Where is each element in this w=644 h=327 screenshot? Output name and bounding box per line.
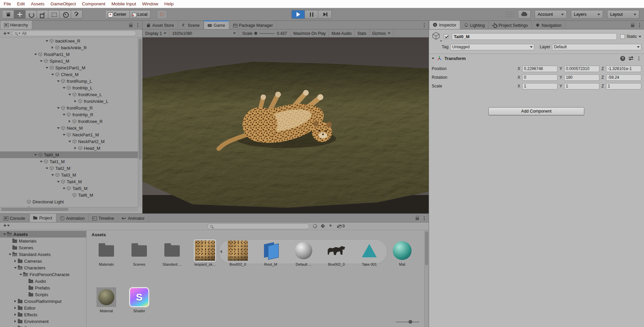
expand-arrow[interactable] <box>44 40 49 42</box>
y-value-field[interactable]: 1 <box>564 83 599 89</box>
menu-item[interactable]: Component <box>79 0 108 8</box>
hierarchy-item[interactable]: Tail3_M <box>0 172 138 178</box>
transform-component-header[interactable]: Transform <box>429 54 644 63</box>
expand-arrow[interactable] <box>56 80 61 82</box>
display-dropdown[interactable]: Display 1 <box>143 29 169 38</box>
stats-button[interactable]: Stats <box>355 29 369 38</box>
hierarchy-item[interactable]: NeckPart1_M <box>0 131 138 138</box>
hierarchy-item[interactable]: frontRump_R <box>0 105 138 111</box>
asset-item[interactable]: Scenes <box>123 241 156 266</box>
hierarchy-search-input[interactable] <box>22 31 133 36</box>
project-tree-item[interactable]: Prefabs <box>0 284 86 291</box>
hierarchy-item[interactable]: frontKnee_R <box>0 118 138 125</box>
expand-arrow[interactable] <box>13 313 18 316</box>
favorite-search-icon[interactable] <box>329 224 333 228</box>
project-tree-item[interactable]: Standard Assets <box>0 251 86 258</box>
menu-item[interactable]: Mobile Input <box>108 0 139 8</box>
hierarchy-item[interactable]: frontAnkle_L <box>0 98 138 105</box>
gizmos-dropdown[interactable]: Gizmos <box>370 29 394 38</box>
asset-item[interactable]: Shader <box>123 287 156 313</box>
z-value-field[interactable]: 1 <box>606 83 641 89</box>
expand-arrow[interactable] <box>67 94 72 95</box>
y-value-field[interactable]: 0.000572310 <box>564 66 599 72</box>
hierarchy-item[interactable]: NeckPart2_M <box>0 138 138 145</box>
panel-menu-icon[interactable] <box>637 22 642 28</box>
toolbar-dropdown[interactable]: Layout <box>607 10 639 19</box>
add-component-button[interactable]: Add Component <box>488 107 584 115</box>
component-menu-icon[interactable] <box>637 56 641 61</box>
expand-arrow[interactable] <box>56 107 61 109</box>
expand-arrow[interactable] <box>50 74 55 75</box>
hierarchy-horizontal-scrollbar[interactable] <box>0 207 138 211</box>
menu-item[interactable]: Window <box>139 0 161 8</box>
toolbar-dropdown[interactable]: Layers <box>571 10 603 19</box>
panel-menu-icon[interactable] <box>136 22 140 28</box>
resolution-dropdown[interactable]: 1920x1080 <box>169 29 239 38</box>
tool-button[interactable] <box>71 10 83 19</box>
package-visibility-toggle[interactable]: 9 <box>337 224 345 228</box>
slider-knob[interactable] <box>409 320 412 324</box>
project-tree-item[interactable]: Assets <box>0 231 86 238</box>
hierarchy-item[interactable]: RootPart1_M <box>0 51 138 58</box>
add-object-button[interactable] <box>3 31 10 36</box>
lock-icon[interactable] <box>631 24 634 27</box>
toolbar-dropdown[interactable]: Account <box>535 10 567 19</box>
project-tree-item[interactable]: Audio <box>0 278 86 284</box>
hierarchy-item[interactable]: Tail5_M <box>0 185 138 192</box>
tool-button[interactable] <box>60 10 71 19</box>
project-search-input[interactable] <box>214 224 306 229</box>
tool-button[interactable] <box>48 10 60 19</box>
tool-button[interactable] <box>37 10 48 19</box>
hierarchy-item[interactable]: Chest_M <box>0 71 138 78</box>
game-view[interactable] <box>143 38 429 213</box>
expand-arrow[interactable] <box>61 134 66 136</box>
expand-arrow[interactable] <box>61 87 66 89</box>
asset-item[interactable]: Take 001 <box>353 241 386 266</box>
static-checkbox[interactable] <box>620 34 625 39</box>
asset-item[interactable]: Material <box>90 287 123 313</box>
asset-item[interactable]: Box002_0 <box>320 241 353 266</box>
thumbnail-zoom-slider[interactable] <box>396 320 419 324</box>
object-name-field[interactable]: Tail0_M <box>452 33 617 40</box>
hierarchy-vertical-scrollbar[interactable] <box>138 38 142 207</box>
expand-arrow[interactable] <box>50 174 55 176</box>
tag-dropdown[interactable]: Untagged <box>450 44 534 50</box>
project-tree-item[interactable]: Effects <box>0 311 86 318</box>
project-tree-item[interactable]: Cameras <box>0 258 86 264</box>
view-tab[interactable]: Asset Store <box>143 21 178 29</box>
inspector-tab[interactable]: Project Settings <box>489 21 532 29</box>
hierarchy-item[interactable]: Head_M <box>0 145 138 151</box>
expand-arrow[interactable] <box>50 46 55 49</box>
step-button[interactable] <box>318 10 332 19</box>
mute-audio-button[interactable]: Mute Audio <box>329 29 355 38</box>
expand-arrow[interactable] <box>18 274 23 275</box>
project-tree-item[interactable]: Scenes <box>0 244 86 251</box>
z-value-field[interactable]: -59.24 <box>606 74 641 81</box>
view-tab[interactable]: Scene <box>178 21 204 29</box>
expand-arrow[interactable] <box>13 260 18 262</box>
expand-arrow[interactable] <box>39 60 44 62</box>
hierarchy-item[interactable]: backAnkle_R <box>0 44 138 51</box>
expand-arrow[interactable] <box>67 120 72 123</box>
project-tree-item[interactable]: FirstPersonCharacte <box>0 271 86 278</box>
bottom-tab[interactable]: Animation <box>56 214 89 222</box>
expand-arrow[interactable] <box>73 147 78 149</box>
expand-arrow[interactable] <box>13 267 18 269</box>
expand-arrow[interactable] <box>73 100 78 103</box>
hierarchy-item[interactable]: Tail2_M <box>0 165 138 172</box>
hierarchy-item[interactable]: frontRump_L <box>0 78 138 84</box>
expand-arrow[interactable] <box>33 54 38 55</box>
tool-button[interactable] <box>3 10 14 19</box>
asset-item[interactable]: Materials <box>90 241 123 266</box>
asset-item[interactable]: leopard_sk... <box>189 241 221 266</box>
search-by-label-icon[interactable] <box>321 224 325 228</box>
x-value-field[interactable]: 0 <box>522 74 557 81</box>
slider-knob[interactable] <box>254 32 257 35</box>
hierarchy-item[interactable]: Tail4_M <box>0 178 138 185</box>
x-value-field[interactable]: 1 <box>522 83 557 89</box>
hierarchy-item[interactable]: frontKnee_L <box>0 91 138 98</box>
static-control[interactable]: Static <box>620 34 641 39</box>
project-tree-item[interactable]: Environment <box>0 318 86 325</box>
expand-arrow[interactable] <box>67 141 72 142</box>
pause-button[interactable] <box>305 10 318 19</box>
